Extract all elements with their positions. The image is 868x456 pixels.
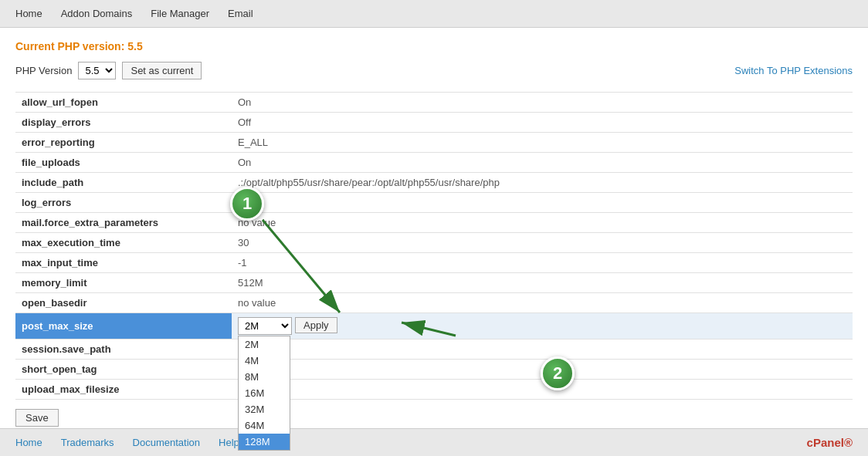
setting-key: upload_max_filesize	[15, 380, 232, 400]
top-navigation: Home Addon Domains File Manager Email	[0, 0, 868, 28]
table-row: file_uploads On	[15, 153, 853, 173]
post-max-size-dropdown[interactable]: 2M 4M 8M 16M 32M 64M 128M	[238, 336, 290, 451]
dropdown-option-8m[interactable]: 8M	[239, 369, 290, 385]
current-php-version: 5.5	[127, 40, 142, 52]
nav-email[interactable]: Email	[228, 8, 253, 19]
setting-key: open_basedir	[15, 293, 232, 313]
setting-key: allow_url_fopen	[15, 93, 232, 113]
setting-value: 30	[232, 233, 853, 253]
table-row: allow_url_fopen On	[15, 93, 853, 113]
setting-value: On	[232, 193, 853, 213]
dropdown-option-32m[interactable]: 32M	[239, 401, 290, 417]
cpanel-brand: cPanel®	[807, 436, 853, 449]
setting-value: On	[232, 93, 853, 113]
apply-button[interactable]: Apply	[295, 317, 337, 333]
setting-key: log_errors	[15, 193, 232, 213]
settings-table: allow_url_fopen On display_errors Off er…	[15, 92, 853, 400]
table-row: memory_limit 512M	[15, 273, 853, 293]
setting-value: On	[232, 153, 853, 173]
set-current-button[interactable]: Set as current	[122, 62, 202, 79]
setting-key: include_path	[15, 173, 232, 193]
setting-value: 512M	[232, 273, 853, 293]
table-row: error_reporting E_ALL	[15, 133, 853, 153]
setting-key: display_errors	[15, 113, 232, 133]
nav-file-manager[interactable]: File Manager	[151, 8, 209, 19]
table-row: upload_max_filesize	[15, 380, 853, 400]
setting-key: max_input_time	[15, 253, 232, 273]
footer-nav-documentation[interactable]: Documentation	[133, 437, 200, 448]
current-php-label: Current PHP version:	[15, 40, 124, 52]
table-row: short_open_tag	[15, 360, 853, 380]
table-row: log_errors On	[15, 193, 853, 213]
setting-value: Off	[232, 113, 853, 133]
footer-nav-help[interactable]: Help	[219, 437, 239, 448]
table-row: session.save_path	[15, 339, 853, 360]
main-content: Current PHP version: 5.5 PHP Version 5.5…	[0, 28, 868, 433]
php-version-controls: PHP Version 5.5 Set as current	[15, 62, 202, 79]
setting-key: mail.force_extra_parameters	[15, 213, 232, 233]
switch-to-php-extensions-link[interactable]: Switch To PHP Extensions	[734, 65, 853, 76]
setting-key: session.save_path	[15, 339, 232, 360]
setting-value	[232, 339, 853, 360]
setting-value: no value	[232, 293, 853, 313]
table-row: open_basedir no value	[15, 293, 853, 313]
setting-key: file_uploads	[15, 153, 232, 173]
php-version-row: PHP Version 5.5 Set as current Switch To…	[15, 62, 853, 79]
dropdown-option-16m[interactable]: 16M	[239, 385, 290, 401]
table-row: max_execution_time 30	[15, 233, 853, 253]
table-row: mail.force_extra_parameters no value	[15, 213, 853, 233]
table-row-post-max-size: post_max_size 2M 4M 8M 16M 32M 64M 128M …	[15, 313, 853, 339]
dropdown-option-128m[interactable]: 128M	[239, 434, 290, 450]
setting-value	[232, 360, 853, 380]
dropdown-option-4m[interactable]: 4M	[239, 353, 290, 369]
post-max-size-select[interactable]: 2M 4M 8M 16M 32M 64M 128M	[238, 317, 292, 335]
table-row: display_errors Off	[15, 113, 853, 133]
setting-value: E_ALL	[232, 133, 853, 153]
setting-value: .:/opt/alt/php55/usr/share/pear:/opt/alt…	[232, 173, 853, 193]
table-row: include_path .:/opt/alt/php55/usr/share/…	[15, 173, 853, 193]
php-version-label: PHP Version	[15, 65, 72, 76]
nav-home[interactable]: Home	[15, 8, 42, 19]
setting-key: max_execution_time	[15, 233, 232, 253]
bottom-navigation: Home Trademarks Documentation Help cPane…	[0, 428, 868, 456]
php-version-select[interactable]: 5.5	[78, 62, 116, 79]
footer-nav-trademarks[interactable]: Trademarks	[61, 437, 114, 448]
dropdown-option-2m[interactable]: 2M	[239, 336, 290, 353]
setting-key: memory_limit	[15, 273, 232, 293]
setting-value: -1	[232, 253, 853, 273]
setting-key: error_reporting	[15, 133, 232, 153]
dropdown-option-64m[interactable]: 64M	[239, 417, 290, 434]
setting-key-post-max-size: post_max_size	[15, 313, 232, 339]
setting-value-post-max-size: 2M 4M 8M 16M 32M 64M 128M Apply 2M 4M	[232, 313, 853, 339]
setting-value	[232, 380, 853, 400]
nav-addon-domains[interactable]: Addon Domains	[61, 8, 133, 19]
save-button[interactable]: Save	[15, 409, 59, 427]
footer-nav-home[interactable]: Home	[15, 437, 42, 448]
php-version-header: Current PHP version: 5.5	[15, 40, 853, 52]
inline-select-container: 2M 4M 8M 16M 32M 64M 128M Apply 2M 4M	[238, 317, 846, 335]
table-row: max_input_time -1	[15, 253, 853, 273]
setting-key: short_open_tag	[15, 360, 232, 380]
setting-value: no value	[232, 213, 853, 233]
